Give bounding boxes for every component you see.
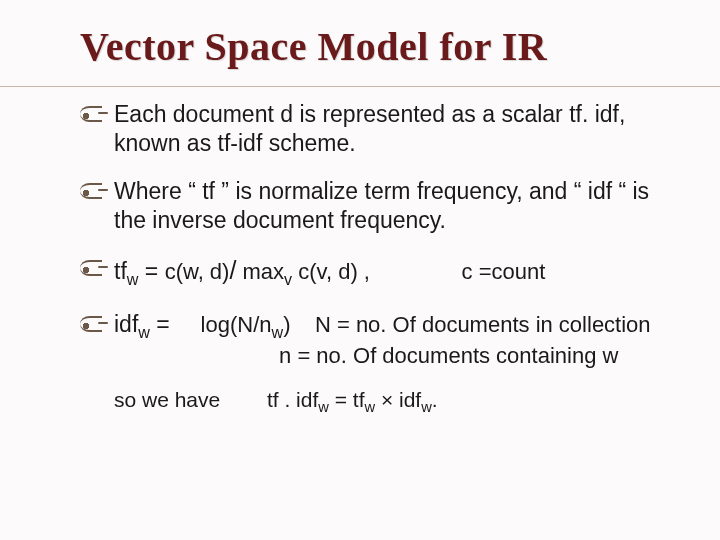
- bullet-item: Each document d is represented as a scal…: [80, 100, 672, 159]
- slide-title: Vector Space Model for IR: [80, 24, 672, 70]
- eq-lhs: tf: [114, 258, 127, 284]
- eq-part: log(N/n: [176, 312, 271, 337]
- eq-part: c(w, d): [165, 259, 230, 284]
- eq-eq: =: [150, 311, 176, 337]
- eq-def: n = no. Of documents containing w: [114, 342, 672, 370]
- eq-part: c(v, d) ,: [292, 259, 370, 284]
- eq-sub: w: [138, 323, 150, 341]
- eq-part: max: [236, 259, 284, 284]
- bullet-list: Each document d is represented as a scal…: [80, 100, 672, 370]
- bullet-text: Where “ tf ” is normalize term frequency…: [114, 178, 649, 233]
- eq-eq: =: [138, 258, 164, 284]
- divider: [0, 86, 720, 87]
- closing-line: so we have tf . idfw = tfw × idfw.: [114, 388, 672, 415]
- eq-def: N = no. Of documents in collection: [290, 312, 650, 337]
- eq-part: = tf: [329, 388, 365, 411]
- closing-lead: so we have: [114, 388, 220, 411]
- eq-sub: w: [421, 399, 432, 415]
- eq-sub: v: [284, 269, 292, 287]
- eq-part: tf . idf: [220, 388, 318, 411]
- eq-part: × idf: [375, 388, 421, 411]
- eq-part: .: [432, 388, 438, 411]
- bullet-item: idfw = log(N/nw) N = no. Of documents in…: [80, 310, 672, 370]
- eq-lhs: idf: [114, 311, 138, 337]
- bullet-item: tfw = c(w, d)/ maxv c(v, d) , c =count: [80, 254, 672, 287]
- bullet-text: Each document d is represented as a scal…: [114, 101, 625, 156]
- eq-sub: w: [127, 269, 139, 287]
- bullet-item: Where “ tf ” is normalize term frequency…: [80, 177, 672, 236]
- eq-tail: c =count: [370, 259, 545, 284]
- eq-sub: w: [364, 399, 375, 415]
- eq-sub: w: [318, 399, 329, 415]
- eq-sub: w: [272, 323, 284, 341]
